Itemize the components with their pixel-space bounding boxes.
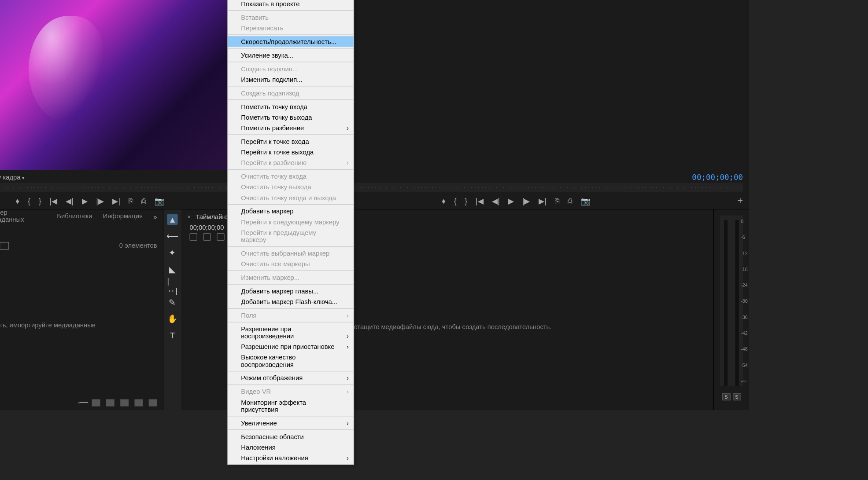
zoom-slider[interactable]: ◦━━ — [78, 399, 86, 407]
goto-in-icon[interactable]: |◀ — [49, 196, 57, 205]
solo-right-button[interactable]: S — [733, 393, 741, 400]
program-timecode[interactable]: 00;00;00;00 — [692, 172, 743, 181]
menu-item: Перезаписать — [228, 22, 354, 33]
menu-item[interactable]: Увеличение — [228, 418, 354, 428]
goto-out-icon[interactable]: ▶| — [539, 196, 547, 205]
new-bin-icon[interactable] — [120, 399, 129, 406]
menu-item[interactable]: Добавить маркер — [228, 206, 354, 216]
menu-item[interactable]: Добавить маркер главы... — [228, 286, 354, 296]
export-frame-icon[interactable]: 📷 — [581, 196, 591, 205]
menu-item: Создать подклип... — [228, 63, 354, 74]
menu-item: Перейти к следующему маркеру — [228, 216, 354, 227]
pen-tool-icon[interactable]: ✎ — [167, 297, 177, 308]
tl-opt-icon[interactable] — [203, 233, 211, 241]
menu-item[interactable]: Добавить маркер Flash-ключа... — [228, 297, 354, 307]
menu-item[interactable]: Пометить точку выхода — [228, 112, 354, 122]
add-marker-icon[interactable]: ♦ — [15, 196, 19, 205]
ripple-tool-icon[interactable]: ✦ — [167, 247, 177, 258]
step-back-icon[interactable]: ◀| — [66, 196, 74, 205]
new-bin-icon[interactable] — [0, 242, 9, 249]
insert-icon[interactable]: ⎘ — [129, 196, 133, 205]
menu-item[interactable]: Перейти к точке выхода — [228, 147, 354, 158]
mark-in-icon[interactable]: { — [28, 196, 30, 205]
project-footer: ◦━━ — [0, 396, 163, 410]
menu-item[interactable]: Разрешение при приостановке — [228, 341, 354, 352]
project-panel: Проект: Без названия ≡ Браузер медиаданн… — [0, 209, 163, 410]
project-empty-message[interactable]: Чтобы начать, импортируйте медиаданные — [0, 253, 163, 396]
audio-meter-panel: 0-6-12 -18-24-30 -36-42-48 -54-∞ S S — [713, 209, 749, 410]
program-transport: ♦ { } |◀ ◀| ▶ |▶ ▶| ⎘ ⎙ 📷 + — [323, 192, 749, 209]
lift-icon[interactable]: ⎘ — [555, 196, 560, 205]
audio-meter[interactable] — [720, 216, 743, 386]
menu-item: Видео VR — [228, 386, 354, 397]
menu-item: Поля — [228, 310, 354, 321]
selection-tool-icon[interactable]: ▲ — [167, 214, 177, 225]
tab-media-browser[interactable]: Браузер медиаданных — [0, 209, 46, 224]
mark-out-icon[interactable]: } — [465, 196, 467, 205]
play-icon[interactable]: ▶ — [82, 196, 88, 205]
add-marker-icon[interactable]: ♦ — [442, 196, 446, 205]
menu-item: Вставить — [228, 12, 354, 22]
step-fwd-icon[interactable]: |▶ — [96, 196, 104, 205]
razor-tool-icon[interactable]: ◣ — [167, 264, 177, 275]
goto-out-icon[interactable]: ▶| — [112, 196, 120, 205]
extract-icon[interactable]: ⎙ — [568, 196, 573, 205]
menu-item: Очистить точку выхода — [228, 182, 354, 192]
context-menu: Многокамерная передачаСвойстваПереименов… — [227, 0, 354, 465]
tl-opt-icon[interactable] — [217, 233, 224, 241]
menu-item: Очистить точку входа — [228, 171, 354, 182]
menu-item: Перейти к предыдущему маркеру — [228, 227, 354, 245]
tl-opt-icon[interactable] — [189, 233, 197, 241]
tools-panel: ▲ ⟵ ✦ ◣ |↔| ✎ ✋ T — [163, 209, 181, 410]
track-select-tool-icon[interactable]: ⟵ — [167, 231, 177, 241]
tab-libraries[interactable]: Библиотеки — [57, 212, 92, 221]
mark-out-icon[interactable]: } — [39, 196, 41, 205]
program-monitor-panel: (нет эпизодов) ≡ 00;00;00;00 ♦ { } |◀ ◀|… — [323, 0, 749, 209]
zoom-fit-dropdown[interactable]: По размеру кадра — [0, 173, 24, 180]
timeline-timecode[interactable]: 00;00;00;00 — [189, 224, 224, 231]
menu-item: Очистить точку входа и выхода — [228, 192, 354, 203]
video-preview — [0, 0, 251, 170]
program-video-area[interactable] — [323, 0, 749, 171]
solo-left-button[interactable]: S — [722, 393, 730, 400]
button-editor-icon[interactable]: + — [738, 195, 743, 206]
close-icon[interactable]: × — [187, 213, 191, 220]
item-count: 0 элементов — [119, 242, 157, 249]
goto-in-icon[interactable]: |◀ — [476, 196, 484, 205]
overwrite-icon[interactable]: ⎙ — [141, 196, 146, 205]
menu-item: Перейти к разбиению — [228, 158, 354, 168]
menu-item[interactable]: Высокое качество воспроизведения — [228, 352, 354, 370]
menu-item[interactable]: Настройки наложения — [228, 452, 354, 463]
menu-item[interactable]: Мониторинг эффекта присутствия — [228, 397, 354, 414]
automate-icon[interactable] — [92, 399, 100, 406]
menu-item[interactable]: Скорость/продолжительность... — [228, 36, 354, 47]
db-scale: 0-6-12 -18-24-30 -36-42-48 -54-∞ — [741, 219, 748, 384]
play-icon[interactable]: ▶ — [508, 196, 514, 205]
menu-item: Создать подэпизод — [228, 88, 354, 98]
menu-item[interactable]: Наложения — [228, 442, 354, 452]
find-icon[interactable] — [106, 399, 115, 406]
menu-item[interactable]: Безопасные области — [228, 431, 354, 442]
menu-item[interactable]: Показать в проекте — [228, 0, 354, 9]
hand-tool-icon[interactable]: ✋ — [167, 314, 177, 324]
menu-item[interactable]: Перейти к точке входа — [228, 136, 354, 147]
slip-tool-icon[interactable]: |↔| — [167, 280, 177, 291]
menu-item[interactable]: Усиление звука... — [228, 50, 354, 60]
export-frame-icon[interactable]: 📷 — [155, 196, 164, 205]
step-back-icon[interactable]: ◀| — [492, 196, 500, 205]
mark-in-icon[interactable]: { — [454, 196, 457, 205]
menu-item[interactable]: Пометить точку входа — [228, 101, 354, 112]
program-time-ruler[interactable] — [329, 183, 743, 193]
delete-icon[interactable] — [149, 399, 157, 406]
menu-item: Очистить выбранный маркер — [228, 248, 354, 258]
new-item-icon[interactable] — [134, 399, 143, 406]
menu-item: Очистить все маркеры — [228, 259, 354, 269]
tabs-overflow-icon[interactable]: » — [153, 213, 157, 220]
menu-item[interactable]: Разрешение при воспроизведении — [228, 323, 354, 341]
tab-info[interactable]: Информация — [103, 212, 143, 221]
type-tool-icon[interactable]: T — [167, 330, 177, 341]
menu-item[interactable]: Пометить разбиение — [228, 122, 354, 133]
step-fwd-icon[interactable]: |▶ — [522, 196, 530, 205]
menu-item[interactable]: Режим отображения — [228, 373, 354, 383]
menu-item[interactable]: Изменить подклип... — [228, 74, 354, 84]
